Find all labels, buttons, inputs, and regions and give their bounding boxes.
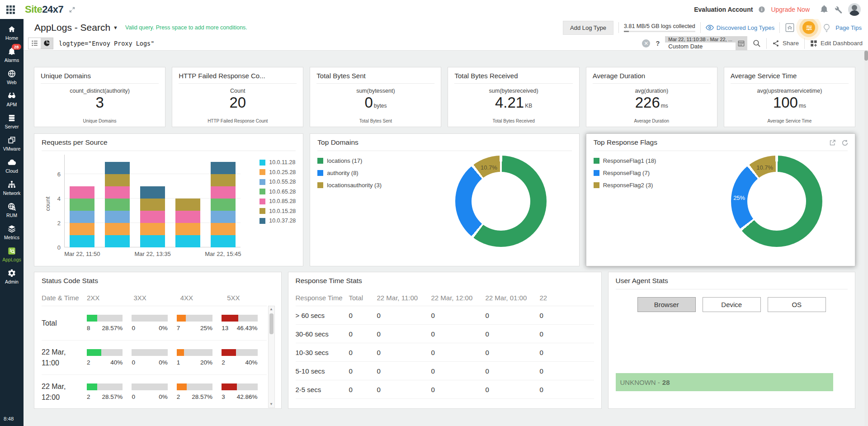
bar-segment-10.0.85.28[interactable] (211, 186, 236, 199)
bar-5[interactable]: Mar 22, 15:45 (211, 162, 236, 247)
logo-dark: 24x7 (42, 4, 63, 15)
bar-segment-10.0.11.28[interactable] (140, 235, 165, 247)
bar-segment-10.0.37.28[interactable] (140, 186, 165, 199)
bulb-icon[interactable] (823, 24, 830, 32)
bar-segment-10.0.25.28[interactable] (70, 223, 94, 235)
edit-dashboard-button[interactable]: Edit Dashboard (810, 40, 863, 47)
home-box-icon[interactable] (785, 23, 795, 33)
announcement-icon[interactable] (820, 5, 829, 14)
top-response-flags-donut[interactable]: 10.7% 25% (731, 156, 822, 247)
expand-icon[interactable] (69, 6, 75, 13)
legend-item[interactable]: ResponseFlag1 (18) (594, 157, 656, 164)
status-table-scrollbar[interactable]: ▲ ▼ (268, 306, 275, 408)
site24x7-logo[interactable]: Site24x7 (25, 4, 63, 15)
sidebar-item-alarms[interactable]: Alarms28 (0, 44, 24, 66)
sidebar-item-rum[interactable]: RUM (0, 199, 24, 221)
tour-icon[interactable] (802, 21, 815, 34)
sidebar-item-vmware[interactable]: VMware (0, 133, 24, 155)
bar-segment-10.0.65.28[interactable] (105, 199, 130, 211)
share-button[interactable]: Share (772, 40, 799, 47)
bar-segment-10.0.15.28[interactable] (175, 199, 200, 211)
legend-item[interactable]: 10.0.15.28 (259, 208, 296, 214)
bar-segment-10.0.55.28[interactable] (70, 211, 94, 223)
tab-os[interactable]: OS (768, 297, 826, 312)
page-scroll-thumb[interactable] (864, 51, 868, 61)
app-grid-icon[interactable] (6, 5, 15, 14)
bar-segment-10.0.85.28[interactable] (70, 186, 94, 199)
bar-segment-10.0.37.28[interactable] (211, 162, 236, 174)
legend-item[interactable]: ResponseFlag (7) (594, 170, 656, 176)
sidebar-item-metrics[interactable]: Metrics (0, 221, 24, 243)
bar-segment-10.0.11.28[interactable] (105, 235, 130, 247)
search-icon[interactable] (753, 39, 761, 47)
scroll-down-icon[interactable]: ▼ (269, 401, 273, 407)
discovered-log-types-link[interactable]: Discovered Log Types (706, 24, 774, 31)
open-external-icon[interactable] (829, 139, 836, 147)
bar-segment-10.0.37.28[interactable] (105, 162, 130, 174)
sidebar-item-apm[interactable]: APM (0, 88, 24, 110)
legend-item[interactable]: 10.0.55.28 (259, 179, 296, 185)
bar-segment-10.0.65.28[interactable] (211, 199, 236, 211)
search-query-input[interactable]: logtype="Envoy Proxy Logs" (59, 40, 154, 47)
bar-segment-10.0.15.28[interactable] (211, 174, 236, 186)
sidebar-item-network[interactable]: Network (0, 177, 24, 199)
scroll-thumb[interactable] (269, 313, 274, 334)
user-agent-bar[interactable]: UNKNOWN - 28 (616, 373, 834, 391)
list-view-toggle[interactable] (28, 38, 41, 49)
bar-segment-10.0.11.28[interactable] (211, 235, 236, 247)
bar-segment-10.0.85.28[interactable] (105, 186, 130, 199)
upgrade-now-link[interactable]: Upgrade Now (771, 6, 810, 13)
top-domains-donut[interactable]: 10.7% (455, 156, 547, 247)
tab-browser[interactable]: Browser (637, 297, 696, 312)
bar-segment-10.0.25.28[interactable] (140, 223, 165, 235)
add-log-type-button[interactable]: Add Log Type (563, 21, 613, 35)
bar-segment-10.0.25.28[interactable] (105, 223, 130, 235)
avatar[interactable] (848, 3, 861, 16)
bar-4[interactable] (175, 199, 200, 247)
bar-segment-10.0.85.28[interactable] (175, 211, 200, 223)
date-range-picker[interactable]: Mar 22, 11:10:38 - Mar 22, ... Custom Da… (665, 36, 747, 50)
legend-item[interactable]: ResponseFlag2 (3) (594, 182, 656, 189)
legend-item[interactable]: locationsauthority (3) (317, 182, 382, 189)
clear-query-icon[interactable]: ✕ (642, 39, 650, 47)
legend-item[interactable]: 10.0.11.28 (259, 159, 296, 166)
info-icon[interactable] (758, 6, 765, 13)
bar-segment-10.0.25.28[interactable] (211, 223, 236, 235)
sidebar-item-server[interactable]: Server (0, 110, 24, 133)
sidebar-item-home[interactable]: Home (0, 22, 24, 44)
sidebar-item-applogs[interactable]: AppLogs (0, 243, 24, 265)
legend-item[interactable]: 10.0.85.28 (259, 198, 296, 204)
sidebar-item-web[interactable]: Web (0, 66, 24, 88)
sidebar-item-admin[interactable]: Admin (0, 265, 24, 288)
bar-segment-10.0.15.28[interactable] (140, 199, 165, 211)
sidebar-item-cloud[interactable]: Cloud (0, 155, 24, 177)
scroll-up-icon[interactable]: ▲ (269, 306, 273, 312)
bar-segment-10.0.65.28[interactable] (70, 199, 94, 211)
page-title[interactable]: AppLogs - Search (34, 22, 110, 33)
tab-device[interactable]: Device (703, 297, 761, 312)
page-tips-link[interactable]: Page Tips (835, 24, 862, 31)
bar-segment-10.0.15.28[interactable] (105, 174, 130, 186)
bar-1[interactable]: Mar 22, 11:50 (70, 186, 94, 247)
bar-segment-10.0.55.28[interactable] (211, 211, 236, 223)
chevron-down-icon[interactable]: ▼ (113, 25, 118, 30)
page-scrollbar[interactable] (864, 51, 868, 426)
bar-segment-10.0.11.28[interactable] (70, 235, 94, 247)
refresh-icon[interactable] (841, 139, 849, 147)
bar-3[interactable]: Mar 22, 13:35 (140, 186, 165, 247)
wrench-icon[interactable] (834, 5, 843, 14)
calendar-icon[interactable] (736, 36, 747, 50)
chart-view-toggle[interactable] (41, 38, 53, 49)
bar-segment-10.0.85.28[interactable] (140, 211, 165, 223)
legend-item[interactable]: authority (8) (317, 170, 382, 176)
help-icon[interactable]: ? (656, 40, 660, 47)
bar-segment-10.0.55.28[interactable] (105, 211, 130, 223)
logs-usage[interactable]: 3.81 MB/5 GB logs collected (624, 23, 695, 32)
legend-item[interactable]: 10.0.25.28 (259, 169, 296, 175)
bar-segment-10.0.25.28[interactable] (175, 223, 200, 235)
legend-item[interactable]: locations (17) (317, 157, 382, 164)
legend-item[interactable]: 10.0.37.28 (259, 218, 296, 224)
legend-item[interactable]: 10.0.65.28 (259, 189, 296, 195)
bar-segment-10.0.11.28[interactable] (175, 235, 200, 247)
bar-2[interactable] (105, 162, 130, 247)
